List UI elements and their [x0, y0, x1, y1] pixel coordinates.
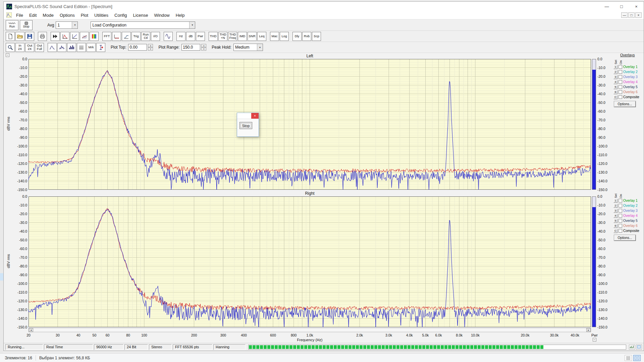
menu-mode[interactable]: Mode: [40, 12, 57, 19]
menu-plot[interactable]: Plot: [78, 12, 91, 19]
button-db[interactable]: dB: [186, 32, 195, 41]
button-out-2x[interactable]: Out 2X: [25, 43, 34, 52]
plot-range-input[interactable]: [181, 44, 200, 51]
overlay-1-on-checkbox[interactable]: [619, 199, 622, 202]
close-icon[interactable]: ×: [251, 113, 259, 119]
status-window-icon[interactable]: [636, 345, 642, 350]
overlay-2-set-button[interactable]: 2: [613, 70, 618, 74]
overlay-4-set-button[interactable]: 4: [613, 214, 618, 218]
spin-down-icon[interactable]: ▼: [201, 47, 206, 51]
overlay-1-set-button[interactable]: 1: [613, 65, 618, 69]
button-thd-freq[interactable]: THD Freq: [228, 32, 237, 41]
overlay-1-on-checkbox[interactable]: [619, 65, 622, 69]
overlay-6-set-button[interactable]: 6: [613, 224, 618, 228]
overlay-3-set-button[interactable]: 3: [613, 75, 618, 79]
spin-down-icon[interactable]: ▼: [148, 47, 153, 51]
button-io[interactable]: I/O: [151, 32, 160, 41]
overlay-2-set-button[interactable]: 2: [613, 204, 618, 208]
peak-hold-dropdown[interactable]: Medium ▼: [233, 44, 263, 51]
amplitude-ramp-button[interactable]: [122, 32, 131, 41]
menu-utilities[interactable]: Utilities: [91, 12, 111, 19]
button-out-full[interactable]: Out Full: [35, 43, 44, 52]
button-leq[interactable]: Leq: [257, 32, 266, 41]
right-channel-plot[interactable]: [29, 196, 591, 327]
overlay-4-on-checkbox[interactable]: [619, 214, 622, 218]
button-dly[interactable]: Dly: [292, 32, 302, 41]
overlay-6-on-checkbox[interactable]: [619, 90, 622, 94]
plot-top-input[interactable]: [128, 44, 147, 51]
x-axis-button[interactable]: [112, 32, 121, 41]
button-fft[interactable]: FFT: [102, 32, 111, 41]
print-button[interactable]: [38, 32, 47, 41]
overlay-options-button[interactable]: Options...: [614, 101, 636, 107]
phase-view-button[interactable]: [70, 32, 79, 41]
button-mrk[interactable]: Mrk: [87, 43, 96, 52]
menu-edit[interactable]: Edit: [26, 12, 40, 19]
collapse-meter-pane-button[interactable]: −: [593, 338, 596, 342]
load-configuration-dropdown[interactable]: Load Configuration ▼: [91, 21, 195, 29]
overlay-5-set-button[interactable]: 5: [613, 219, 618, 223]
zoom-button[interactable]: [6, 43, 15, 52]
scroll-right-icon[interactable]: ►: [586, 328, 591, 332]
overlay-3-on-checkbox[interactable]: [619, 209, 622, 213]
overlay-5-on-checkbox[interactable]: [619, 85, 622, 89]
plot-top-spinner[interactable]: ▲ ▼: [148, 44, 153, 51]
menu-file[interactable]: File: [13, 12, 26, 19]
waterfall-view-button[interactable]: [80, 32, 89, 41]
overlay-6-on-checkbox[interactable]: [619, 224, 622, 228]
bar-display-button[interactable]: [67, 43, 76, 52]
scrollbar-track[interactable]: [33, 328, 586, 332]
overlay-C-set-button[interactable]: C: [613, 95, 618, 99]
overlay-3-set-button[interactable]: 3: [613, 209, 618, 213]
menu-window[interactable]: Window: [151, 12, 172, 19]
grid-lines-button[interactable]: [77, 43, 86, 52]
overlay-options-button[interactable]: Options...: [614, 235, 636, 241]
overlay-5-on-checkbox[interactable]: [619, 219, 622, 223]
plot-range-spinner[interactable]: ▲ ▼: [201, 44, 206, 51]
left-channel-plot[interactable]: [29, 59, 591, 190]
overlay-C-on-checkbox[interactable]: [619, 229, 622, 233]
smooth-curve-button[interactable]: [48, 43, 57, 52]
peak-curve-button[interactable]: [57, 43, 66, 52]
collapse-left-pane-button[interactable]: −: [6, 53, 9, 57]
view-details-icon[interactable]: [625, 355, 632, 361]
avg-dropdown[interactable]: 1 ▼: [56, 21, 78, 29]
overlay-6-set-button[interactable]: 6: [613, 90, 618, 94]
new-doc-button[interactable]: [6, 32, 15, 41]
overlay-2-on-checkbox[interactable]: [619, 70, 622, 74]
button-in-2x[interactable]: In 2X: [15, 43, 24, 52]
button-hz[interactable]: Hz: [176, 32, 185, 41]
menu-help[interactable]: Help: [173, 12, 188, 19]
overlay-4-set-button[interactable]: 4: [613, 80, 618, 84]
overlay-2-on-checkbox[interactable]: [619, 204, 622, 207]
scroll-left-icon[interactable]: ◄: [29, 328, 33, 332]
menu-config[interactable]: Config: [111, 12, 130, 19]
mdi-minimize-button[interactable]: —: [621, 12, 628, 18]
frequency-scrollbar[interactable]: ◄ ►: [29, 328, 591, 332]
overlay-3-on-checkbox[interactable]: [619, 75, 622, 79]
save-button[interactable]: [25, 32, 34, 41]
overlay-5-set-button[interactable]: 5: [613, 85, 618, 89]
stop-button[interactable]: Stop: [20, 20, 33, 30]
button-mac[interactable]: Mac: [270, 32, 279, 41]
fast-forward-button[interactable]: [51, 32, 60, 41]
button-scp[interactable]: Scp: [312, 32, 321, 41]
spin-up-icon[interactable]: ▲: [148, 44, 153, 47]
window-close-button[interactable]: ×: [629, 2, 644, 11]
spectrum-view-button[interactable]: [60, 32, 69, 41]
button-thd-n[interactable]: THD +N: [218, 32, 227, 41]
spectrogram-view-button[interactable]: [90, 32, 99, 41]
overlay-C-on-checkbox[interactable]: [619, 95, 622, 99]
window-minimize-button[interactable]: —: [599, 2, 614, 11]
button-log[interactable]: Log: [280, 32, 289, 41]
button-imd[interactable]: IMD: [238, 32, 247, 41]
button-trig[interactable]: Trig: [131, 32, 141, 41]
status-levels-icon[interactable]: [629, 345, 635, 350]
button-run-ctl[interactable]: Run Ctl: [141, 32, 150, 41]
run-button[interactable]: Run: [6, 20, 18, 30]
mdi-close-button[interactable]: ×: [635, 12, 642, 18]
overlay-1-set-button[interactable]: 1: [613, 199, 618, 203]
button-pwr[interactable]: Pwr: [196, 32, 205, 41]
mdi-restore-button[interactable]: □: [628, 12, 635, 18]
stop-dialog-button[interactable]: Stop: [239, 122, 252, 129]
